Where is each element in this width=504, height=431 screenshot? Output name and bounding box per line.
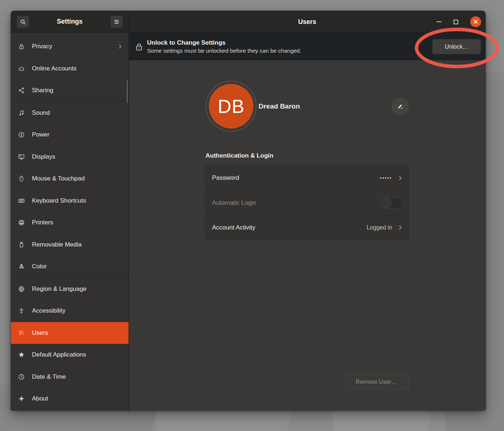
accessibility-icon [18,307,25,314]
users-icon [18,329,25,337]
account-activity-label: Account Activity [212,224,255,231]
share-icon [18,87,25,94]
remove-user-button[interactable]: Remove User… [344,374,409,389]
sidebar-item-default-apps[interactable]: Default Applications [11,344,129,366]
sidebar-item-label: Sound [32,109,50,117]
close-icon [473,19,478,24]
chevron-right-icon [398,175,403,181]
chevron-right-icon [118,44,123,49]
globe-icon [18,285,25,293]
sidebar-item-printers[interactable]: Printers [11,212,129,234]
titlebar: Users [129,11,485,33]
unlock-button[interactable]: Unlock… [432,39,481,54]
lock-icon [18,43,25,50]
sidebar: Settings PrivacyOnline AccountsSharingSo… [11,11,129,410]
avatar-ring: DB [206,81,257,132]
minimize-button[interactable] [436,21,442,22]
maximize-button[interactable] [454,20,458,24]
window-controls [436,11,481,33]
lock-icon [136,43,142,51]
sidebar-item-label: Color [32,263,47,270]
unlock-banner-subtitle: Some settings must be unlocked before th… [147,47,301,55]
main-pane: Users [129,11,485,410]
unlock-banner: Unlock to Change Settings Some settings … [129,33,485,60]
chevron-right-icon [398,225,403,230]
desktop: { "window": { "sidebar": { "title": "Set… [0,0,504,431]
sidebar-item-color[interactable]: Color [11,256,129,278]
automatic-login-label: Automatic Login [212,199,256,207]
sidebar-item-mouse-touchpad[interactable]: Mouse & Touchpad [11,168,129,190]
sidebar-item-privacy[interactable]: Privacy [11,36,129,58]
page-title: Users [298,18,316,26]
sidebar-item-label: Date & Time [32,373,66,381]
sidebar-scrollbar-thumb[interactable] [127,80,128,103]
search-icon [20,19,26,25]
automatic-login-toggle[interactable] [380,197,403,209]
close-button[interactable] [470,16,481,27]
edit-name-button[interactable] [392,98,409,115]
unlock-banner-text: Unlock to Change Settings Some settings … [147,39,301,55]
sidebar-item-label: Keyboard Shortcuts [32,197,86,204]
auth-card: Password ••••• Automatic Login A [205,165,409,240]
unlock-banner-title: Unlock to Change Settings [147,39,301,47]
star-icon [18,351,25,358]
sidebar-item-sound[interactable]: Sound [11,102,129,124]
display-icon [18,153,25,160]
keyboard-icon [18,197,25,204]
sidebar-item-about[interactable]: About [11,388,129,410]
hamburger-menu-icon [114,19,119,24]
sidebar-item-label: Default Applications [32,351,86,358]
sidebar-item-label: Removable Media [32,241,82,248]
sidebar-item-removable-media[interactable]: Removable Media [11,234,129,256]
users-panel: DB Dread Baron Authentication & Login Pa… [129,60,485,410]
sidebar-title: Settings [57,18,82,25]
menu-button[interactable] [110,15,123,28]
pencil-icon [397,103,404,110]
usb-icon [18,241,25,248]
note-icon [18,109,25,117]
cloud-icon [18,65,25,72]
mouse-icon [18,175,25,182]
sidebar-item-date-time[interactable]: Date & Time [11,366,129,388]
power-icon [18,131,25,138]
auth-section-title: Authentication & Login [206,152,273,159]
sidebar-item-sharing[interactable]: Sharing [11,80,129,102]
sidebar-item-label: About [32,395,48,402]
sidebar-item-label: Power [32,131,49,138]
avatar[interactable]: DB [209,84,253,129]
sidebar-item-keyboard-shortcuts[interactable]: Keyboard Shortcuts [11,190,129,212]
sidebar-item-label: Privacy [32,43,52,50]
sidebar-item-power[interactable]: Power [11,124,129,146]
sidebar-item-label: Displays [32,153,55,160]
sidebar-item-label: Region & Language [32,285,86,293]
sidebar-item-online-accounts[interactable]: Online Accounts [11,58,129,80]
password-row[interactable]: Password ••••• [206,166,409,190]
sidebar-item-label: Mouse & Touchpad [32,175,85,182]
account-activity-value: Logged in [367,224,392,231]
sidebar-item-displays[interactable]: Displays [11,146,129,168]
search-button[interactable] [16,15,29,28]
account-activity-row[interactable]: Account Activity Logged in [206,215,409,240]
sidebar-item-users[interactable]: Users [11,322,129,344]
sparkle-icon [18,395,25,402]
sidebar-list: PrivacyOnline AccountsSharingSoundPowerD… [11,33,129,410]
sidebar-item-region-language[interactable]: Region & Language [11,278,129,300]
sidebar-item-label: Accessibility [32,307,66,314]
password-dots: ••••• [380,175,392,180]
automatic-login-row: Automatic Login [206,190,409,215]
sidebar-item-label: Users [32,329,48,337]
toggle-knob [380,197,392,209]
settings-window: Settings PrivacyOnline AccountsSharingSo… [11,11,485,410]
sidebar-header: Settings [11,11,129,33]
sidebar-item-label: Sharing [32,87,53,94]
clock-icon [18,373,25,381]
user-full-name: Dread Baron [259,102,300,110]
printer-icon [18,219,25,226]
password-label: Password [212,174,239,182]
sidebar-item-label: Online Accounts [32,65,77,72]
color-icon [18,263,25,270]
sidebar-item-accessibility[interactable]: Accessibility [11,300,129,322]
sidebar-item-label: Printers [32,219,53,226]
